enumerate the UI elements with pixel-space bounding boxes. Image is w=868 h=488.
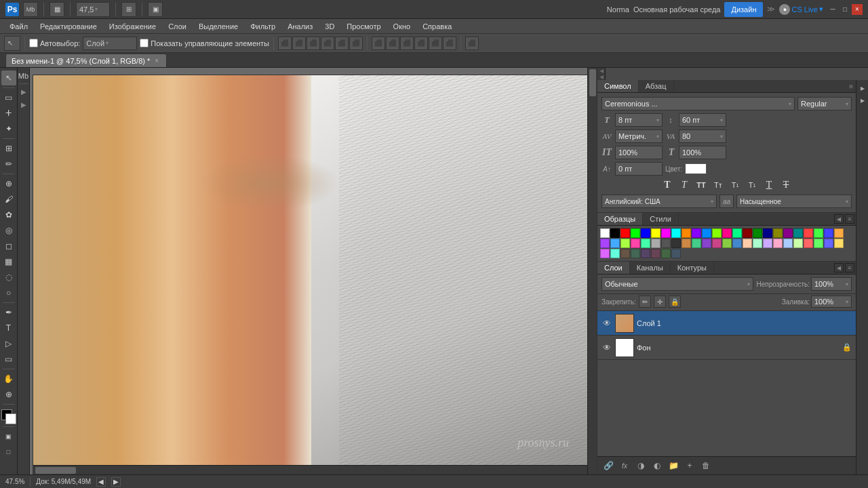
swatch-41[interactable] — [773, 239, 783, 248]
tab-channels[interactable]: Каналы — [630, 262, 671, 274]
menu-3d[interactable]: 3D — [319, 21, 340, 32]
swatch-34[interactable] — [702, 239, 711, 248]
swatch-43[interactable] — [793, 239, 803, 248]
layer-eye-bg[interactable]: 👁 — [601, 342, 612, 353]
show-controls-checkbox[interactable]: Показать управляющие элементы — [140, 39, 269, 47]
background-color[interactable] — [5, 413, 16, 424]
menu-help[interactable]: Справка — [417, 21, 457, 32]
menu-file[interactable]: Файл — [4, 21, 33, 32]
swatch-23[interactable] — [834, 228, 844, 238]
swatch-10[interactable] — [702, 228, 711, 238]
clone-tool[interactable]: ✿ — [1, 207, 16, 222]
layer-adjust-btn[interactable]: ◐ — [650, 459, 664, 472]
leading-input[interactable]: 60 пт ▾ — [679, 113, 726, 127]
swatch-38[interactable] — [743, 239, 752, 248]
swatch-14[interactable] — [743, 228, 752, 238]
text-color-swatch[interactable] — [685, 163, 707, 174]
dist-center-h-btn[interactable]: ⬛ — [386, 37, 399, 50]
char-panel-close[interactable]: ≡ — [846, 81, 856, 92]
lock-all-btn[interactable]: 🔒 — [669, 296, 681, 308]
side-icon-1[interactable]: ▶ — [857, 83, 868, 94]
menu-image[interactable]: Изображение — [104, 21, 161, 32]
layer-fx-btn[interactable]: fx — [618, 459, 631, 472]
fmt-sub[interactable]: T1 — [745, 178, 760, 192]
swatch-12[interactable] — [722, 228, 732, 238]
fmt-italic[interactable]: T — [677, 178, 692, 192]
swatch-32[interactable] — [682, 239, 691, 248]
restore-btn[interactable]: □ — [840, 4, 850, 15]
image-mode-btn[interactable]: ▦ — [50, 2, 64, 17]
fmt-underline[interactable]: T — [762, 178, 776, 192]
swatch-40[interactable] — [763, 239, 772, 248]
swatch-20[interactable] — [804, 228, 813, 238]
pen-tool[interactable]: ✒ — [1, 305, 16, 320]
shape-tool[interactable]: ▭ — [1, 352, 16, 367]
align-top-btn[interactable]: ⬛ — [321, 37, 334, 50]
swatch-55[interactable] — [671, 249, 681, 258]
fmt-allcaps[interactable]: TT — [694, 178, 709, 192]
swatch-22[interactable] — [824, 228, 833, 238]
menu-layers[interactable]: Слои — [163, 21, 192, 32]
tab-paragraph[interactable]: Абзац — [639, 80, 674, 92]
blur-tool[interactable]: ◌ — [1, 270, 16, 285]
marquee-tool[interactable]: ▭ — [1, 90, 16, 105]
dodge-tool[interactable]: ○ — [1, 285, 16, 300]
swatch-39[interactable] — [753, 239, 762, 248]
align-left-btn[interactable]: ⬛ — [278, 37, 292, 50]
swatch-33[interactable] — [692, 239, 701, 248]
layer-mask-btn[interactable]: ◑ — [634, 459, 648, 472]
fmt-smallcaps[interactable]: Tт — [711, 178, 726, 192]
tab-symbol[interactable]: Символ — [597, 80, 639, 92]
delete-layer-btn[interactable]: 🗑 — [699, 459, 713, 472]
gradient-tool[interactable]: ▦ — [1, 254, 16, 269]
swatch-2[interactable] — [620, 228, 630, 238]
fmt-strikethrough[interactable]: T — [778, 178, 793, 192]
fmt-super[interactable]: T1 — [728, 178, 743, 192]
layer-dropdown[interactable]: Слой▾ — [83, 37, 137, 50]
baseline-input[interactable]: 0 пт — [615, 162, 663, 176]
menu-edit[interactable]: Редактирование — [35, 21, 102, 32]
brush-tool[interactable]: 🖌 — [1, 192, 16, 207]
swatch-30[interactable] — [661, 239, 671, 248]
dist-center-v-btn[interactable]: ⬛ — [429, 37, 442, 50]
swatch-15[interactable] — [753, 228, 762, 238]
swatch-47[interactable] — [834, 239, 844, 248]
aa-mode-select[interactable]: Насыщенное ▾ — [736, 195, 852, 208]
swatch-51[interactable] — [631, 249, 640, 258]
swatch-4[interactable] — [641, 228, 650, 238]
swatch-3[interactable] — [631, 228, 640, 238]
move-tool[interactable]: ↖ — [1, 70, 16, 85]
zoom-dropdown[interactable]: 47,5▾ — [76, 2, 110, 17]
eyedropper-tool[interactable]: ✏ — [1, 157, 16, 171]
swatch-18[interactable] — [783, 228, 793, 238]
swatch-35[interactable] — [712, 239, 722, 248]
swatch-49[interactable] — [610, 249, 620, 258]
swatch-50[interactable] — [620, 249, 630, 258]
nav-left-btn[interactable]: ◀ — [96, 477, 106, 487]
layers-menu[interactable]: ≡ — [845, 263, 854, 272]
swatch-46[interactable] — [824, 239, 833, 248]
language-select[interactable]: Английский: США ▾ — [601, 195, 717, 208]
swatch-28[interactable] — [641, 239, 650, 248]
swatch-1[interactable] — [610, 228, 620, 238]
scale-h-input[interactable]: 100% — [679, 146, 726, 159]
lock-move-btn[interactable]: ✛ — [654, 296, 666, 308]
lasso-tool[interactable]: ⵜ — [1, 106, 16, 121]
align-right-btn[interactable]: ⬛ — [307, 37, 320, 50]
menu-analysis[interactable]: Анализ — [282, 21, 318, 32]
layer-group-btn[interactable]: 📁 — [667, 459, 680, 472]
swatch-31[interactable] — [671, 239, 681, 248]
panel-collapse-btn[interactable]: ◀◀ — [597, 68, 606, 80]
screen-btn[interactable]: ▣ — [148, 2, 163, 17]
close-btn[interactable]: × — [852, 4, 863, 15]
layer-eye-1[interactable]: 👁 — [601, 318, 612, 329]
auto-align-btn[interactable]: ⬛ — [465, 37, 479, 50]
align-center-h-btn[interactable]: ⬛ — [292, 37, 306, 50]
layer-item-1[interactable]: 👁 Слой 1 — [597, 311, 856, 336]
crop-tool[interactable]: ⊞ — [1, 141, 16, 156]
layer-link-btn[interactable]: 🔗 — [601, 459, 615, 472]
fg-bg-colors[interactable] — [1, 409, 16, 424]
swatch-5[interactable] — [651, 228, 660, 238]
healing-tool[interactable]: ⊕ — [1, 176, 16, 191]
text-tool[interactable]: T — [1, 321, 16, 336]
